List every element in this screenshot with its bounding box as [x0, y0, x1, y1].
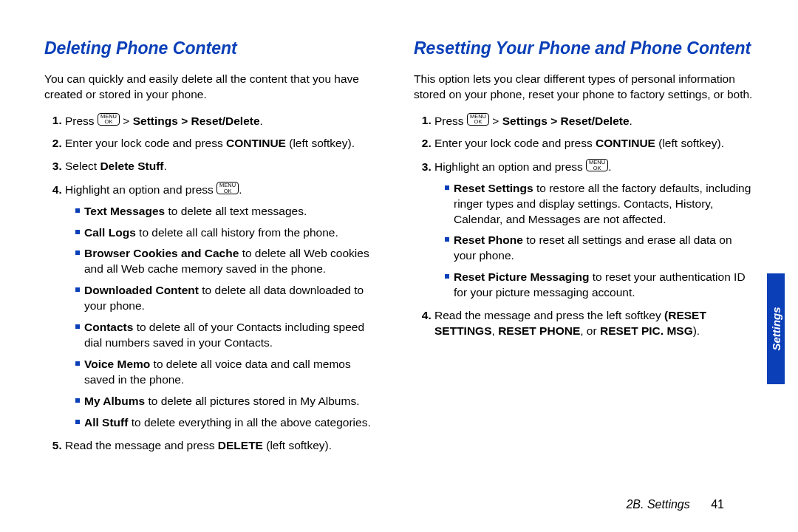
sub-text: to delete all pictures stored in My Albu…: [145, 395, 359, 407]
list-item: Reset Settings to restore all the factor…: [445, 181, 754, 228]
step-text: ).: [693, 324, 700, 337]
right-sub-list: Reset Settings to restore all the factor…: [434, 181, 754, 301]
left-step-5: Read the message and press DELETE (left …: [65, 438, 384, 454]
footer-page-number: 41: [711, 498, 724, 511]
step-bold: CONTINUE: [596, 137, 655, 149]
left-step-1: Press MENUOK > Settings > Reset/Delete.: [65, 113, 384, 129]
step-text: , or: [580, 324, 600, 337]
step-bold: RESET PHONE: [498, 324, 580, 337]
list-item: Downloaded Content to delete all data do…: [75, 283, 384, 314]
step-text: (left softkey).: [655, 137, 724, 149]
side-tab-label: Settings: [770, 307, 782, 350]
step-text: (left softkey).: [263, 439, 332, 451]
step-text: .: [239, 183, 242, 196]
menu-ok-icon: MENUOK: [586, 159, 608, 171]
left-sub-list: Text Messages to delete all text message…: [65, 204, 384, 431]
sub-bold: Reset Picture Messaging: [454, 270, 589, 283]
step-text: .: [608, 160, 611, 173]
sub-bold: Reset Phone: [454, 233, 523, 246]
step-text: Press: [434, 114, 467, 126]
right-step-1: Press MENUOK > Settings > Reset/Delete.: [434, 113, 754, 129]
list-item: Browser Cookies and Cache to delete all …: [75, 246, 384, 277]
left-column: Deleting Phone Content You can quickly a…: [44, 37, 384, 510]
left-step-4: Highlight an option and press MENUOK. Te…: [65, 182, 384, 430]
step-bold: Settings > Reset/Delete: [133, 114, 260, 126]
sub-bold: Downloaded Content: [84, 284, 199, 296]
sub-text: to delete all call history from the phon…: [136, 226, 338, 239]
step-text: Enter your lock code and press: [65, 137, 226, 149]
step-bold: RESET PIC. MSG: [600, 324, 693, 337]
list-item: Text Messages to delete all text message…: [75, 204, 384, 219]
step-bold: Delete Stuff: [100, 160, 163, 172]
list-item: Reset Picture Messaging to reset your au…: [445, 270, 754, 301]
footer-section: 2B. Settings: [626, 498, 689, 511]
right-step-4: Read the message and press the left soft…: [434, 308, 754, 339]
menu-ok-icon: MENUOK: [216, 182, 239, 194]
step-text: >: [120, 114, 133, 126]
step-text: Read the message and press the left soft…: [434, 309, 664, 321]
menu-ok-icon: MENUOK: [98, 113, 120, 126]
step-bold: DELETE: [218, 439, 263, 451]
sub-bold: Contacts: [84, 321, 133, 333]
sub-bold: All Stuff: [84, 416, 128, 429]
sub-bold: Reset Settings: [454, 182, 533, 194]
side-tab: Settings: [767, 273, 785, 384]
step-text: Highlight an option and press: [65, 183, 216, 196]
step-text: >: [489, 114, 502, 126]
left-step-3: Select Delete Stuff.: [65, 159, 384, 174]
list-item: All Stuff to delete everything in all th…: [75, 415, 384, 431]
right-step-3: Highlight an option and press MENUOK. Re…: [434, 159, 754, 301]
sub-bold: Text Messages: [84, 205, 165, 217]
left-steps: Press MENUOK > Settings > Reset/Delete. …: [44, 113, 384, 454]
page-footer: 2B. Settings 41: [626, 498, 724, 511]
menu-ok-icon: MENUOK: [467, 113, 489, 126]
sub-bold: My Albums: [84, 395, 145, 407]
step-bold: Settings > Reset/Delete: [502, 114, 630, 126]
list-item: My Albums to delete all pictures stored …: [75, 394, 384, 409]
step-text: Highlight an option and press: [434, 160, 586, 173]
step-text: Enter your lock code and press: [434, 137, 596, 149]
sub-text: to delete all text messages.: [165, 205, 307, 217]
right-column: Resetting Your Phone and Phone Content T…: [414, 37, 754, 510]
step-text: Select: [65, 160, 100, 172]
sub-text: to delete everything in all the above ca…: [128, 416, 370, 429]
right-step-2: Enter your lock code and press CONTINUE …: [434, 136, 754, 151]
left-title: Deleting Phone Content: [44, 37, 384, 60]
right-intro: This option lets you clear different typ…: [414, 72, 754, 103]
step-text: ,: [492, 324, 499, 337]
step-text: Read the message and press: [65, 439, 218, 451]
sub-bold: Voice Memo: [84, 358, 150, 370]
step-text: (left softkey).: [286, 137, 355, 149]
step-text: .: [260, 114, 263, 126]
step-bold: CONTINUE: [226, 137, 286, 149]
step-text: Press: [65, 114, 98, 126]
left-step-2: Enter your lock code and press CONTINUE …: [65, 136, 384, 151]
step-text: .: [164, 160, 167, 172]
right-title: Resetting Your Phone and Phone Content: [414, 37, 754, 60]
sub-bold: Browser Cookies and Cache: [84, 247, 239, 259]
list-item: Contacts to delete all of your Contacts …: [75, 320, 384, 351]
left-intro: You can quickly and easily delete all th…: [44, 72, 384, 103]
sub-bold: Call Logs: [84, 226, 136, 239]
right-steps: Press MENUOK > Settings > Reset/Delete. …: [414, 113, 754, 339]
list-item: Voice Memo to delete all voice data and …: [75, 357, 384, 388]
step-text: .: [630, 114, 632, 126]
list-item: Call Logs to delete all call history fro…: [75, 225, 384, 241]
list-item: Reset Phone to reset all settings and er…: [445, 233, 754, 264]
page-body: Deleting Phone Content You can quickly a…: [0, 0, 798, 532]
